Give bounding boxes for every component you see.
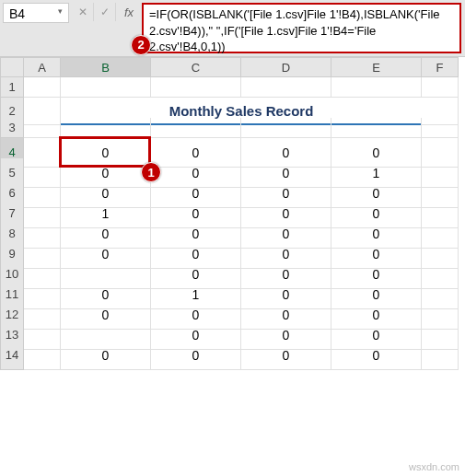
- cell[interactable]: [61, 77, 151, 98]
- row-header-3[interactable]: 3: [0, 118, 24, 138]
- formula-text: =IF(OR(ISBLANK('[File 1.csv]File 1'!B4),…: [149, 7, 440, 53]
- cell[interactable]: 0: [151, 341, 241, 370]
- cell[interactable]: [422, 77, 459, 98]
- cell[interactable]: [24, 341, 61, 370]
- fx-icon[interactable]: fx: [116, 3, 142, 21]
- watermark: wsxdn.com: [409, 461, 459, 472]
- cell[interactable]: [331, 77, 422, 98]
- callout-cell: 1: [141, 162, 161, 182]
- name-box-dropdown-icon[interactable]: ▾: [58, 6, 63, 16]
- row-header-1[interactable]: 1: [0, 77, 24, 98]
- cell[interactable]: 0: [61, 341, 151, 370]
- col-header-D[interactable]: D: [241, 57, 331, 77]
- callout-formula: 2: [131, 35, 151, 55]
- cell[interactable]: [331, 118, 422, 138]
- name-box[interactable]: B4 ▾: [3, 3, 69, 23]
- col-header-E[interactable]: E: [331, 57, 422, 77]
- cancel-icon[interactable]: ✕: [72, 3, 94, 21]
- cell[interactable]: [151, 77, 241, 98]
- cell[interactable]: [241, 77, 331, 98]
- select-all-corner[interactable]: [0, 57, 24, 77]
- cell[interactable]: [422, 341, 459, 370]
- col-header-B[interactable]: B: [61, 57, 151, 77]
- cell[interactable]: [24, 118, 61, 138]
- name-box-value: B4: [9, 6, 25, 21]
- cell[interactable]: [151, 118, 241, 138]
- worksheet-grid[interactable]: A B C D E F 1 2 Monthly Sales Record 3 4…: [0, 57, 465, 361]
- formula-input[interactable]: =IF(OR(ISBLANK('[File 1.csv]File 1'!B4),…: [142, 3, 461, 53]
- col-header-F[interactable]: F: [422, 57, 459, 77]
- col-header-C[interactable]: C: [151, 57, 241, 77]
- cell[interactable]: 0: [241, 341, 331, 370]
- cell[interactable]: [24, 77, 61, 98]
- col-header-A[interactable]: A: [24, 57, 61, 77]
- cell[interactable]: [422, 118, 459, 138]
- cell[interactable]: 0: [331, 341, 422, 370]
- row-header-14[interactable]: 14: [0, 341, 24, 370]
- cell[interactable]: [241, 118, 331, 138]
- formula-controls: ✕ ✓ fx: [72, 0, 142, 20]
- formula-bar: B4 ▾ ✕ ✓ fx =IF(OR(ISBLANK('[File 1.csv]…: [0, 0, 465, 57]
- enter-icon[interactable]: ✓: [94, 3, 116, 21]
- cell[interactable]: [61, 118, 151, 138]
